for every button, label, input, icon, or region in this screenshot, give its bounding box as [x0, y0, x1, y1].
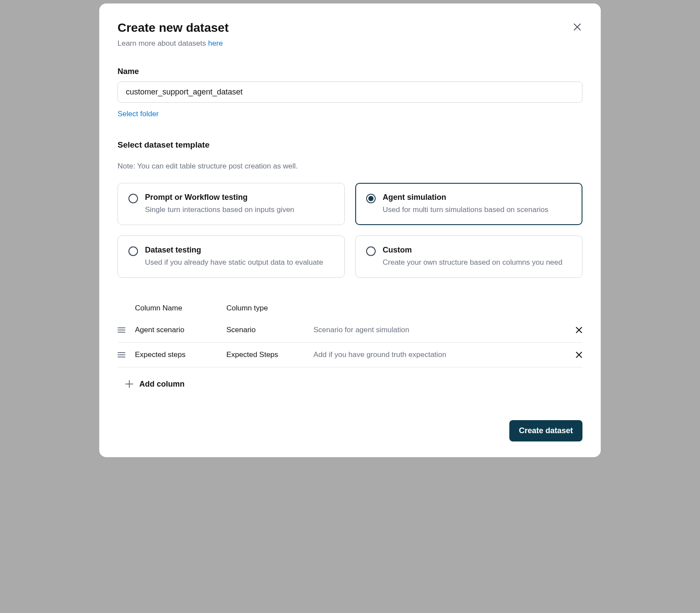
template-title: Custom — [383, 246, 572, 255]
radio-icon — [128, 194, 138, 203]
delete-column-button[interactable] — [565, 327, 582, 333]
template-grid: Prompt or Workflow testing Single turn i… — [118, 183, 582, 278]
template-content: Agent simulation Used for multi turn sim… — [383, 193, 572, 215]
modal-subtitle: Learn more about datasets here — [118, 39, 582, 48]
close-icon — [575, 351, 582, 358]
template-prompt-workflow[interactable]: Prompt or Workflow testing Single turn i… — [118, 183, 345, 225]
column-desc: Scenario for agent simulation — [313, 326, 565, 334]
add-column-label: Add column — [139, 380, 185, 389]
modal-subtitle-text: Learn more about datasets — [118, 39, 208, 47]
create-dataset-button[interactable]: Create dataset — [509, 420, 582, 441]
dataset-name-input[interactable] — [118, 81, 582, 103]
template-section-heading: Select dataset template — [118, 140, 582, 150]
drag-handle[interactable] — [118, 327, 135, 333]
template-section-note: Note: You can edit table structure post … — [118, 162, 582, 171]
delete-column-button[interactable] — [565, 351, 582, 358]
plus-icon — [125, 380, 133, 388]
radio-icon — [366, 246, 376, 256]
template-desc: Create your own structure based on colum… — [383, 257, 572, 268]
template-title: Dataset testing — [145, 246, 334, 255]
close-icon — [573, 23, 581, 31]
template-custom[interactable]: Custom Create your own structure based o… — [355, 236, 582, 278]
column-header-name: Column Name — [135, 304, 226, 313]
close-button[interactable] — [572, 22, 582, 32]
template-desc: Used for multi turn simulations based on… — [383, 205, 572, 215]
template-dataset-testing[interactable]: Dataset testing Used if you already have… — [118, 236, 345, 278]
template-content: Custom Create your own structure based o… — [383, 246, 572, 268]
column-desc: Add if you have ground truth expectation — [313, 350, 565, 359]
select-folder-link[interactable]: Select folder — [118, 110, 159, 118]
column-type: Expected Steps — [226, 350, 313, 359]
modal-footer: Create dataset — [118, 420, 582, 441]
column-name: Expected steps — [135, 350, 226, 359]
columns-table: Column Name Column type Agent scenario S… — [118, 299, 582, 401]
name-label: Name — [118, 67, 582, 76]
learn-more-link[interactable]: here — [208, 39, 223, 47]
add-column-button[interactable]: Add column — [118, 367, 185, 401]
close-icon — [575, 327, 582, 333]
table-row: Agent scenario Scenario Scenario for age… — [118, 318, 582, 343]
column-type: Scenario — [226, 326, 313, 334]
template-title: Prompt or Workflow testing — [145, 193, 334, 202]
template-desc: Single turn interactions based on inputs… — [145, 205, 334, 215]
drag-handle[interactable] — [118, 352, 135, 358]
create-dataset-modal: Create new dataset Learn more about data… — [99, 3, 601, 457]
drag-handle-icon — [118, 327, 125, 333]
drag-handle-icon — [118, 352, 125, 358]
template-content: Dataset testing Used if you already have… — [145, 246, 334, 268]
template-title: Agent simulation — [383, 193, 572, 202]
columns-header: Column Name Column type — [118, 299, 582, 318]
template-desc: Used if you already have static output d… — [145, 257, 334, 268]
template-agent-simulation[interactable]: Agent simulation Used for multi turn sim… — [355, 183, 582, 225]
radio-icon — [366, 194, 376, 203]
radio-icon — [128, 246, 138, 256]
column-header-type: Column type — [226, 304, 313, 313]
template-content: Prompt or Workflow testing Single turn i… — [145, 193, 334, 215]
table-row: Expected steps Expected Steps Add if you… — [118, 343, 582, 367]
column-name: Agent scenario — [135, 326, 226, 334]
modal-title: Create new dataset — [118, 21, 582, 35]
